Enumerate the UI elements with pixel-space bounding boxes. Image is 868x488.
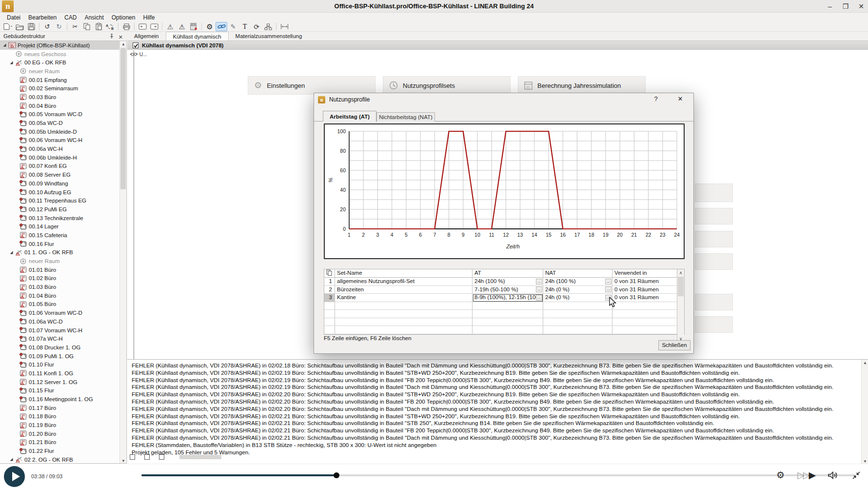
- table-row[interactable]: 3Kantine8-9h (100%), 12-15h (100%)...24h…: [324, 294, 684, 302]
- warning-icon[interactable]: ⚠: [164, 22, 176, 31]
- expand-arrow-icon[interactable]: [1, 43, 8, 47]
- tree-item[interactable]: 01.06 Vorraum WC-D: [0, 308, 119, 317]
- tree-item[interactable]: 01.01 Büro: [0, 265, 119, 274]
- tree-item[interactable]: 00.05a WC-D: [0, 119, 119, 127]
- menu-hilfe[interactable]: Hilfe: [139, 13, 158, 22]
- tab-kuehllast-dynamisch[interactable]: Kühllast dynamisch: [166, 32, 229, 41]
- tree-item[interactable]: 00.12 PuMi EG: [0, 205, 119, 214]
- print-icon[interactable]: [120, 22, 132, 31]
- dialog-close-icon[interactable]: ✕: [676, 95, 685, 102]
- tree-item[interactable]: 01.11 Konfi 1. OG: [0, 369, 119, 378]
- tree-item[interactable]: neuer Raum: [0, 67, 119, 76]
- table-scrollbar[interactable]: ∧∨: [677, 269, 684, 342]
- tab-arbeitstag[interactable]: Arbeitstag (AT): [323, 111, 376, 122]
- tree-item[interactable]: 01.03 Büro: [0, 283, 119, 291]
- edit-profile-button[interactable]: ...: [605, 279, 612, 285]
- scroll-up-icon[interactable]: ▲: [120, 41, 127, 47]
- undo-icon[interactable]: ↺: [41, 22, 53, 31]
- menu-datei[interactable]: Datei: [3, 13, 24, 22]
- at-profile-cell[interactable]: 24h (100 %)...: [473, 278, 543, 286]
- tree-item[interactable]: 01.18 Büro: [0, 412, 119, 421]
- log-filter-checkbox[interactable]: [130, 454, 135, 460]
- tree-item[interactable]: 00.11 Treppenhaus EG: [0, 196, 119, 205]
- edit-profile-button[interactable]: ...: [536, 286, 542, 292]
- table-empty-row[interactable]: [324, 318, 684, 326]
- tree-item[interactable]: 02 2. OG - OK RFB: [0, 455, 119, 464]
- tree-item[interactable]: 00.15 Cafeteria: [0, 231, 119, 240]
- log-filter-checkbox[interactable]: [159, 454, 164, 460]
- section-checkbox[interactable]: [133, 42, 138, 48]
- calc-error-icon[interactable]: [188, 22, 199, 31]
- playback-speed-icon[interactable]: ▷▷▶: [797, 469, 814, 481]
- redo-icon[interactable]: ↻: [53, 22, 65, 31]
- tree-item[interactable]: 01.21 Büro: [0, 438, 119, 447]
- tree-item[interactable]: 00.05b Umkleide-D: [0, 127, 119, 136]
- tree-item[interactable]: 01.10 Flur: [0, 360, 119, 369]
- tree-item[interactable]: 01.09 PuMi 1. OG: [0, 352, 119, 361]
- tree-item[interactable]: 00.07 Konfi EG: [0, 162, 119, 171]
- tree-item[interactable]: 01.05 Büro: [0, 300, 119, 309]
- tree-item[interactable]: 00.04 Büro: [0, 102, 119, 110]
- close-button[interactable]: ✕: [857, 2, 865, 10]
- menu-optionen[interactable]: Optionen: [108, 13, 139, 22]
- tree-item[interactable]: 00.09 Windfang: [0, 179, 119, 188]
- tree-item[interactable]: neuer Raum: [0, 257, 119, 265]
- tree-item[interactable]: 00.10 Aufzug EG: [0, 188, 119, 197]
- tree-item[interactable]: 00.03 Büro: [0, 93, 119, 102]
- menu-ansicht[interactable]: Ansicht: [80, 13, 107, 22]
- log-filter-checkbox[interactable]: [144, 454, 150, 460]
- collapsed-section-label[interactable]: ⟲⟳ U...: [130, 52, 147, 57]
- edit-profile-button[interactable]: ...: [536, 279, 542, 285]
- tree-item[interactable]: 01.15 Flur: [0, 386, 119, 395]
- tab-nichtarbeitstag[interactable]: Nichtarbeitstag (NAT): [376, 112, 435, 122]
- tree-item[interactable]: 00.08 Server EG: [0, 170, 119, 179]
- tree-item[interactable]: 01.06a WC-D: [0, 317, 119, 326]
- scroll-down-icon[interactable]: ▼: [120, 458, 127, 464]
- nat-profile-cell[interactable]: 24h (100 %)...: [543, 278, 612, 286]
- tab-materialzusammenstellung[interactable]: Materialzusammenstellung: [229, 32, 309, 41]
- tree-item[interactable]: 00.06b Umkleide-H: [0, 153, 119, 162]
- text-tool-icon[interactable]: T: [239, 22, 251, 31]
- play-button[interactable]: [4, 466, 25, 487]
- scroll-up-icon[interactable]: ▲: [862, 360, 868, 366]
- einstellungen-button[interactable]: ⚙ Einstellungen: [248, 76, 375, 95]
- table-empty-row[interactable]: [324, 302, 684, 310]
- warning-strong-icon[interactable]: ⚠: [176, 22, 188, 31]
- scroll-up-icon[interactable]: ∧: [677, 269, 684, 276]
- tree-item[interactable]: 01.02 Büro: [0, 274, 119, 283]
- table-row[interactable]: 1allgemeines Nutzungsprofil-Set24h (100 …: [324, 278, 684, 286]
- nat-profile-cell[interactable]: 24h (0 %)...: [543, 294, 612, 302]
- tab-allgemein[interactable]: Allgemein: [127, 32, 166, 41]
- progress-bar[interactable]: [141, 474, 856, 476]
- tree-item[interactable]: 00.13 Technikzentrale: [0, 214, 119, 223]
- table-empty-row[interactable]: [324, 310, 684, 318]
- tree-item[interactable]: 01.16 Meetingpoint 1. OG: [0, 395, 119, 404]
- tree-item[interactable]: 01 1. OG - OK RFB: [0, 248, 119, 257]
- tree-item[interactable]: Projekt (Office-BSP-Kühllast): [0, 41, 119, 50]
- hierarchy-icon[interactable]: [262, 22, 274, 31]
- measure-icon[interactable]: [278, 22, 290, 31]
- table-row[interactable]: 2Bürozeiten7-19h (50-100 %)...24h (0 %).…: [324, 286, 684, 294]
- expand-arrow-icon[interactable]: [8, 250, 15, 255]
- sync-icon[interactable]: ⟳: [251, 22, 262, 31]
- cut-icon[interactable]: ✂: [69, 22, 81, 31]
- tree-item[interactable]: 01.08 Drucker 1. OG: [0, 343, 119, 352]
- log-scrollbar[interactable]: ▲ ▼: [861, 360, 868, 464]
- panel-insert-left-icon[interactable]: [137, 22, 148, 31]
- nat-profile-cell[interactable]: 24h (0 %)...: [543, 286, 612, 294]
- tree-item[interactable]: 00.14 Lager: [0, 222, 119, 231]
- player-settings-icon[interactable]: ⚙: [776, 469, 785, 481]
- tree-item[interactable]: 00.06 Vorraum WC-H: [0, 136, 119, 145]
- berechnung-jahressimulation-button[interactable]: 31 Berechnung Jahressimulation: [518, 76, 646, 95]
- link-icon[interactable]: [216, 22, 227, 31]
- tree-item[interactable]: 00.02 Seminarraum: [0, 84, 119, 93]
- schliessen-button[interactable]: Schließen: [658, 340, 690, 350]
- tree-item[interactable]: 01.22 Flur: [0, 447, 119, 455]
- tree-item[interactable]: 00 EG - OK RFB: [0, 58, 119, 67]
- tree-item[interactable]: 01.07a WC-H: [0, 334, 119, 343]
- nutzungsprofilsets-button[interactable]: Nutzungsprofilsets: [383, 76, 511, 95]
- at-profile-cell[interactable]: 8-9h (100%), 12-15h (100%)...: [473, 294, 543, 302]
- minimize-button[interactable]: –: [826, 2, 834, 10]
- tree-item[interactable]: 01.04 Büro: [0, 291, 119, 300]
- tree-item[interactable]: 01.07 Vorraum WC-H: [0, 326, 119, 335]
